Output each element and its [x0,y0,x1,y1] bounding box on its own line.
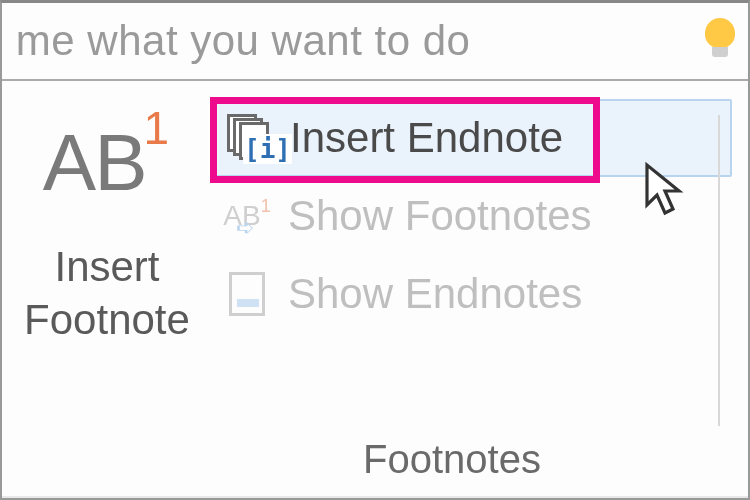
group-divider [718,115,720,426]
show-footnotes-label: Show Footnotes [288,192,592,240]
footnotes-right-column: [i] Insert Endnote AB1 ➪ Show Footnotes … [212,99,748,496]
show-endnotes-button[interactable]: Show Endnotes [212,255,732,333]
show-footnotes-button[interactable]: AB1 ➪ Show Footnotes [212,177,732,255]
lightbulb-icon [700,16,740,66]
footnotes-ribbon-group: AB1 Insert Footnote [i] Insert Endnote [2,81,748,496]
show-endnotes-label: Show Endnotes [288,270,582,318]
insert-footnote-label: Insert Footnote [24,241,190,346]
show-footnotes-icon: AB1 ➪ [220,189,274,243]
insert-endnote-icon: [i] [222,111,276,165]
insert-endnote-label: Insert Endnote [290,114,563,162]
insert-footnote-button[interactable]: AB1 Insert Footnote [2,99,212,496]
insert-footnote-icon: AB1 [43,107,171,237]
ribbon-window: ll me what you want to do AB1 Insert Foo… [0,0,750,500]
group-label: Footnotes [212,437,732,496]
tell-me-bar[interactable]: ll me what you want to do [2,3,748,81]
tell-me-placeholder: ll me what you want to do [0,17,470,65]
insert-endnote-button[interactable]: [i] Insert Endnote [212,99,732,177]
show-endnotes-icon [220,267,274,321]
